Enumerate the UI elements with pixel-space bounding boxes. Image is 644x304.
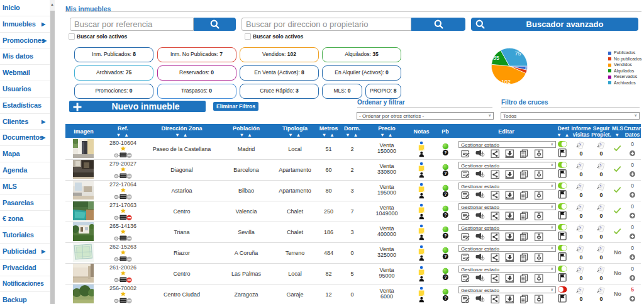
svg-text:35: 35: [493, 55, 499, 61]
svg-text:102: 102: [501, 79, 511, 85]
svg-text:7: 7: [525, 70, 526, 74]
svg-text:75: 75: [514, 50, 521, 57]
